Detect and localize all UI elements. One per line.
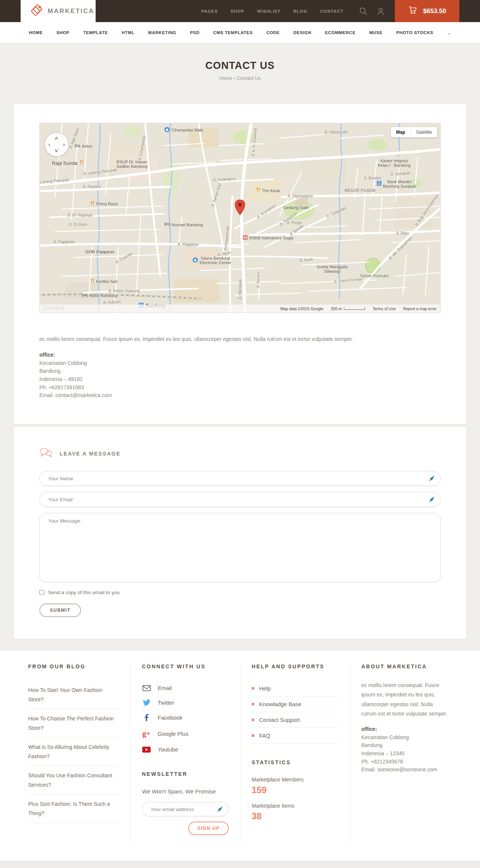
map-label-jl-industri: Jl. Industri bbox=[103, 299, 121, 305]
help-knowladge-base-link[interactable]: Knowladge Base bbox=[252, 696, 339, 712]
map-data-credit: Map data ©2015 Google bbox=[280, 306, 324, 311]
map-label-text: Bank Mandiri Bandung Surapati bbox=[383, 179, 416, 188]
map-label-jl-cicendo: Jl. Cicendo bbox=[114, 251, 134, 264]
stat-label: Marketplace Items bbox=[252, 803, 339, 809]
map-label-text: Jl. Diponegoro bbox=[287, 194, 313, 198]
map-label-bank-mandiri-bandung-surapati: Bank Mandiri Bandung Surapati bbox=[376, 179, 416, 188]
connect-youtube-link[interactable]: Youtube bbox=[142, 742, 229, 757]
top-nav-shop[interactable]: SHOP bbox=[231, 9, 244, 13]
top-nav-contact[interactable]: CONTACT bbox=[320, 9, 344, 13]
search-icon[interactable] bbox=[358, 6, 368, 16]
breadcrumb-home[interactable]: Home bbox=[219, 75, 232, 81]
connect-google-plus-link[interactable]: g+Google Plus bbox=[142, 725, 229, 742]
map-label-kantor-imigrasi-kelas-i-bandung: Kantor Imigrasi Kelas I - Bandung bbox=[378, 158, 410, 167]
page-title: CONTACT US bbox=[0, 60, 480, 72]
map-type-map-button[interactable]: Map bbox=[391, 127, 411, 137]
blog-post-link[interactable]: Should You Use Fashion Consultant Servic… bbox=[28, 766, 119, 795]
map-label-text: Jl. Merdeka bbox=[238, 279, 242, 300]
about-office-label: office: bbox=[362, 725, 448, 734]
map-label-text: Jl. Layang Pasupati bbox=[39, 177, 69, 185]
bullet-icon bbox=[252, 687, 254, 690]
map-label-the-kiosk: The Kiosk bbox=[256, 188, 280, 193]
blog-post-link[interactable]: What is So Alluring About Celebrity Fash… bbox=[28, 738, 119, 766]
pen-icon bbox=[429, 496, 435, 504]
subnav-html[interactable]: HTML bbox=[122, 30, 134, 35]
help-heading: HELP AND SUPPORTS bbox=[252, 663, 339, 669]
blog-heading: FROM OUR BLOG bbox=[28, 663, 119, 669]
pan-up-icon[interactable]: ˄ bbox=[55, 136, 58, 141]
map-label-text: Prima Rasa bbox=[96, 202, 117, 206]
subnav-ecommerce[interactable]: ECOMMERCE bbox=[325, 30, 356, 35]
connect-email-link[interactable]: Email bbox=[142, 681, 229, 695]
map-label-text: Kantor Imigrasi Kelas I - Bandung bbox=[378, 158, 410, 167]
map-marker-icon[interactable] bbox=[235, 200, 245, 217]
name-input[interactable] bbox=[39, 471, 441, 486]
map-type-satellite-button[interactable]: Satellite bbox=[411, 127, 437, 137]
map-label-text: Jl. Cihampelas bbox=[137, 135, 146, 161]
subnav-shop[interactable]: SHOP bbox=[56, 30, 69, 35]
send-copy-row: Send a copy of this email to you bbox=[39, 590, 441, 595]
help-faq-link[interactable]: FAQ bbox=[252, 728, 339, 744]
map-pan-control[interactable]: ˄ ˅ ‹ › bbox=[45, 133, 68, 156]
connect-facebook-link[interactable]: Facebook bbox=[142, 710, 229, 725]
map-label-text: Jl. Dr Rum bbox=[69, 222, 87, 227]
statistics-heading: STATISTICS bbox=[252, 759, 339, 765]
connect-twitter-link[interactable]: Twitter bbox=[142, 695, 229, 710]
map-label-istana-bandung-electronic-center: Istana Bandung Electronic Center bbox=[193, 256, 231, 265]
terms-of-use-link[interactable]: Terms of Use bbox=[372, 306, 396, 311]
submit-button[interactable]: SUBMIT bbox=[39, 604, 81, 617]
top-nav-pages[interactable]: PAGES bbox=[201, 9, 218, 13]
map-label-jl-cimandiri: Jl. Cimandiri bbox=[326, 206, 347, 219]
pan-left-icon[interactable]: ‹ bbox=[48, 142, 50, 147]
map-label-text: Jl. Cimandiri bbox=[326, 206, 347, 219]
subnav-psd[interactable]: PSD bbox=[190, 30, 200, 35]
message-textarea[interactable] bbox=[39, 513, 441, 582]
connect-label: Email bbox=[158, 685, 172, 691]
footer-about-column: ABOUT MARKETICA ec mollis lorem consequa… bbox=[350, 663, 460, 843]
subnav-more-icon[interactable]: ⌄ bbox=[447, 30, 451, 36]
map-label-text: Jl. Ir. H. Djuanda bbox=[250, 127, 258, 157]
breadcrumb: Home › Contact Us bbox=[0, 75, 480, 81]
restaurant-icon bbox=[90, 278, 94, 284]
blog-post-link[interactable]: How To Start Your Own Fashion Store? bbox=[28, 681, 119, 709]
pan-right-icon[interactable]: › bbox=[63, 142, 65, 147]
message-form-card: LEAVE A MESSAGE Send a copy of this emai… bbox=[14, 427, 466, 639]
office-line: Bandung. bbox=[39, 367, 441, 375]
map-label-text: Jl. Surapati bbox=[390, 170, 410, 176]
map-label-text: Jl. Industri bbox=[103, 299, 121, 305]
subnav-cms-templates[interactable]: CMS TEMPLATES bbox=[213, 30, 253, 35]
subnav-code[interactable]: CODE bbox=[266, 30, 280, 35]
pan-down-icon[interactable]: ˅ bbox=[55, 148, 58, 154]
send-copy-checkbox[interactable] bbox=[39, 590, 44, 595]
subnav-muse[interactable]: MUSE bbox=[369, 30, 383, 35]
blog-post-link[interactable]: How To Choose The Perfect Fashion Store? bbox=[28, 709, 119, 738]
google-map[interactable]: Cihampelas WalkJl. HasanudinJl. Haji Yas… bbox=[39, 123, 441, 313]
subnav-design[interactable]: DESIGN bbox=[294, 30, 312, 35]
user-icon[interactable] bbox=[376, 7, 385, 16]
brand-logo[interactable]: MARKETICA bbox=[21, 0, 96, 22]
signup-button[interactable]: SIGN UP bbox=[188, 822, 229, 835]
subnav-template[interactable]: TEMPLATE bbox=[83, 30, 108, 35]
map-label-text: Jl. Cicendo bbox=[114, 251, 134, 264]
subnav-home[interactable]: HOME bbox=[29, 30, 43, 35]
email-input[interactable] bbox=[39, 492, 441, 507]
restaurant-icon bbox=[256, 188, 260, 193]
map-label-text: Jl. Aceh bbox=[299, 257, 313, 263]
report-map-error-link[interactable]: Report a map error bbox=[403, 306, 436, 311]
subnav-photo-stocks[interactable]: PHOTO STOCKS bbox=[396, 30, 434, 35]
map-label-text: Gedung Sate bbox=[284, 205, 309, 210]
bank-icon bbox=[376, 181, 381, 187]
cart-button[interactable]: $653.50 bbox=[395, 0, 459, 22]
help-contact-support-link[interactable]: Contact Support bbox=[252, 712, 339, 728]
map-label-text: Taman Pramuka bbox=[360, 273, 388, 278]
top-nav-wishlist[interactable]: WISHLIST bbox=[257, 9, 280, 13]
subnav-marketing[interactable]: MARKETING bbox=[148, 30, 176, 35]
top-nav-blog[interactable]: BLOG bbox=[293, 9, 307, 13]
help-help-link[interactable]: Help bbox=[252, 681, 339, 696]
newsletter-email-input[interactable] bbox=[142, 802, 229, 816]
footer-help-column: HELP AND SUPPORTS HelpKnowladge BaseCont… bbox=[240, 663, 350, 843]
blog-post-link[interactable]: Plus Size Fashion: Is There Such a Thing… bbox=[28, 795, 119, 823]
hospital-icon bbox=[243, 235, 248, 241]
help-label: Help bbox=[259, 685, 271, 692]
map-label-gor-pajajaran: GOR Pajajaran bbox=[85, 249, 114, 254]
